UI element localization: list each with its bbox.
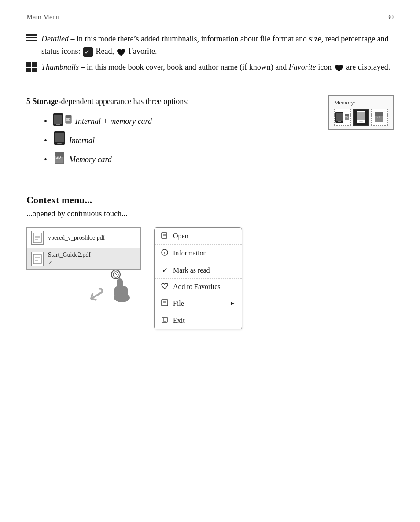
detailed-label: Detailed [41,34,69,43]
chapter-title: Main Menu [26,13,59,21]
detailed-mode-section: Detailed – in this mode there’s added th… [26,33,394,77]
svg-rect-21 [338,121,341,122]
menu-item-file[interactable]: File ► [155,295,242,312]
thumbnails-mode-icon [26,62,37,77]
internal-plus-sd-icon: SD [53,112,72,130]
curved-arrow-icon: ↩ [83,279,111,309]
storage-text: 5 Storage-dependent appearance has three… [26,95,320,170]
page-number: 30 [387,13,394,21]
storage-intro-para: 5 Storage-dependent appearance has three… [26,95,320,108]
svg-rect-3 [26,62,31,67]
checkmark-icon: ✓ [161,266,169,274]
storage-options-list: SD Internal + memory card Internal [26,112,320,169]
storage-number: 5 [26,97,30,106]
svg-rect-26 [357,112,365,120]
storage-bold-word: Storage [33,97,59,106]
storage-section: 5 Storage-dependent appearance has three… [26,95,394,170]
memory-icon-1: SD [334,109,351,126]
memory-card-icon: SD [53,151,66,169]
file-name-2: Start_Guide2.pdf [48,252,91,259]
svg-rect-0 [26,34,37,36]
file-list-area: vpered_v_proshloe.pdf Start_Guide2.pdf [26,227,141,307]
svg-text:SD: SD [66,118,70,121]
svg-text:SD: SD [376,115,380,118]
open-icon [161,232,169,241]
svg-rect-8 [54,115,62,124]
file-icon-1 [31,231,44,245]
detailed-mode-text: Detailed – in this mode there’s added th… [41,33,394,58]
memory-icon-2 [353,109,369,126]
list-item: SD Memory card [44,151,320,169]
heart-outline-icon [161,283,169,291]
context-subtext: ...opened by continuous touch... [26,209,394,218]
thumbnails-heart-icon [335,64,343,72]
thumbnails-label: Thumbnails [41,63,79,71]
exit-icon [161,316,169,325]
svg-rect-27 [359,121,363,122]
file-item-1: vpered_v_proshloe.pdf [27,228,140,248]
context-layout: vpered_v_proshloe.pdf Start_Guide2.pdf [26,227,394,329]
context-menu-popup: Open i Information ✓ Mark as read [154,227,242,329]
file-check-mark: ✓ [48,259,91,266]
menu-item-information[interactable]: i Information [155,245,242,262]
memory-icon-3: SD [371,109,388,126]
detailed-mode-icon [26,34,37,47]
information-icon: i [161,249,169,258]
thumbnails-mode-text: Thumbnails – in this mode book cover, bo… [41,61,394,74]
svg-text:SD: SD [55,155,61,159]
memory-diagram-title: Memory: [334,99,388,106]
svg-rect-5 [26,68,31,72]
svg-point-44 [114,293,130,302]
internal-plus-sd-label: Internal + memory card [75,115,152,128]
file-list-box: vpered_v_proshloe.pdf Start_Guide2.pdf [26,227,141,270]
memory-diagram: Memory: SD [328,95,394,130]
menu-item-mark-as-read[interactable]: ✓ Mark as read [155,262,242,279]
thumbnails-mode-line: Thumbnails – in this mode book cover, bo… [26,61,394,77]
svg-rect-15 [57,143,62,144]
favorite-status-icon [117,48,125,56]
internal-label: Internal [69,134,95,148]
svg-text:SD: SD [345,116,348,118]
list-item: SD Internal + memory card [44,112,320,130]
detailed-mode-line: Detailed – in this mode there’s added th… [26,33,394,58]
context-heading: Context menu... [26,194,394,206]
touch-icon-area [110,274,134,307]
touch-gesture-area: ↩ [88,274,134,307]
list-item: Internal [44,131,320,150]
file-2-info: Start_Guide2.pdf ✓ [48,252,91,266]
svg-rect-1 [26,37,37,38]
file-menu-icon [161,299,169,308]
file-icon-2 [31,252,44,266]
svg-rect-6 [32,68,37,72]
page-header: Main Menu 30 [26,13,394,23]
memory-icons-row: SD SD [334,109,388,126]
svg-rect-9 [56,124,60,125]
file-item-2: Start_Guide2.pdf ✓ [27,248,140,269]
storage-layout: 5 Storage-dependent appearance has three… [26,95,394,170]
svg-rect-4 [32,62,37,67]
submenu-arrow-icon: ► [229,300,236,307]
menu-item-exit[interactable]: Exit [155,312,242,329]
menu-item-add-to-favorites[interactable]: Add to Favorites [155,279,242,295]
file-name-1: vpered_v_proshloe.pdf [48,234,105,241]
menu-item-open[interactable]: Open [155,228,242,245]
read-status-icon [83,47,93,57]
memory-card-label: Memory card [69,153,112,167]
context-menu-section: Context menu... ...opened by continuous … [26,194,394,329]
internal-icon [53,131,66,150]
svg-rect-20 [336,113,343,121]
svg-rect-2 [26,40,37,41]
svg-rect-14 [55,133,64,142]
svg-text:i: i [164,251,166,255]
